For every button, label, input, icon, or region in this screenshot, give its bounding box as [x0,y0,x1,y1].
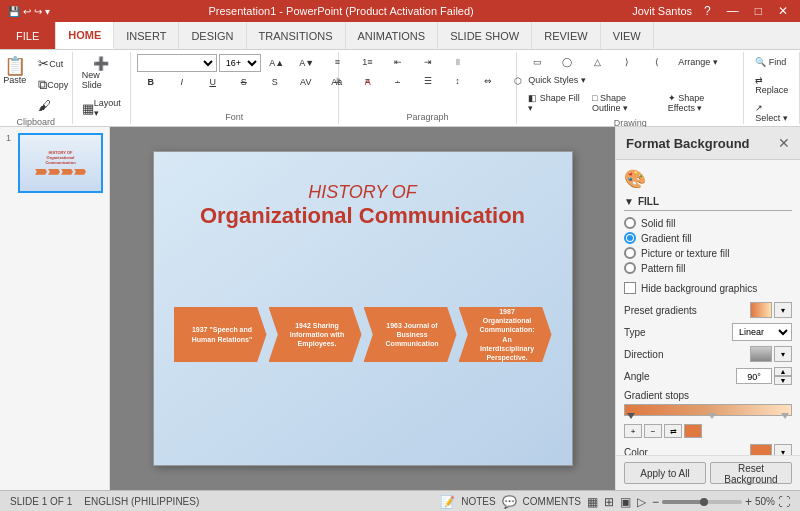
slide-thumbnail-1[interactable]: HISTORY OFOrganizationalCommunication [18,133,103,193]
solid-fill-option[interactable]: Solid fill [624,217,792,229]
shape-outline-button[interactable]: □ Shape Outline ▾ [587,90,661,116]
tab-review[interactable]: REVIEW [532,22,600,49]
align-center-button[interactable]: ≡ [354,73,382,89]
numbering-button[interactable]: 1≡ [354,54,382,71]
color-dropdown-btn[interactable]: ▾ [774,444,792,455]
copy-button[interactable]: ⧉ Copy [33,75,73,94]
angle-down-btn[interactable]: ▼ [774,376,792,385]
maximize-button[interactable]: □ [751,4,766,18]
shape-fill-button[interactable]: ◧ Shape Fill ▾ [523,90,585,116]
justify-button[interactable]: ☰ [414,73,442,89]
increase-indent-button[interactable]: ⇥ [414,54,442,71]
preset-color-box[interactable] [750,302,772,318]
minimize-button[interactable]: — [723,4,743,18]
canvas-area[interactable]: HISTORY OF Organizational Communication … [110,127,615,490]
zoom-in-btn[interactable]: + [745,495,752,509]
quick-access-toolbar[interactable]: 💾 ↩ ↪ ▾ [8,6,50,17]
angle-value[interactable]: 90° [736,368,772,384]
apply-to-all-button[interactable]: Apply to All [624,462,706,484]
remove-stop-btn[interactable]: − [644,424,662,438]
direction-dropdown-btn[interactable]: ▾ [774,346,792,362]
increase-font-btn[interactable]: A▲ [263,56,291,70]
slide-canvas[interactable]: HISTORY OF Organizational Communication … [153,151,573,466]
zoom-thumb[interactable] [700,498,708,506]
zoom-out-btn[interactable]: − [652,495,659,509]
picture-fill-option[interactable]: Picture or texture fill [624,247,792,259]
normal-view-btn[interactable]: ▦ [587,495,598,509]
columns-button[interactable]: ⫴ [444,54,472,71]
shape-2[interactable]: ◯ [553,54,581,70]
slideshow-btn[interactable]: ▷ [637,495,646,509]
bold-button[interactable]: B [137,74,165,90]
pattern-fill-radio[interactable] [624,262,636,274]
type-select[interactable]: Linear [732,323,792,341]
stop-marker-1[interactable] [627,413,635,419]
notes-label[interactable]: NOTES [461,496,495,507]
arrow-block-4[interactable]: 1987 Organizational Communication: An In… [459,307,552,362]
gradient-fill-radio[interactable] [624,232,636,244]
font-family-select[interactable] [137,54,217,72]
solid-fill-radio[interactable] [624,217,636,229]
shape-1[interactable]: ▭ [523,54,551,70]
tab-view[interactable]: VIEW [601,22,654,49]
stop-color-btn[interactable] [684,424,702,438]
strikethrough-button[interactable]: S [230,74,258,90]
hide-bg-option[interactable]: Hide background graphics [624,282,792,294]
decrease-font-btn[interactable]: A▼ [293,56,321,70]
new-slide-button[interactable]: ➕ New Slide [77,54,126,93]
help-button[interactable]: ? [700,4,715,18]
italic-button[interactable]: I [168,74,196,90]
select-button[interactable]: ↗ Select ▾ [750,100,793,126]
line-spacing-button[interactable]: ↕ [444,73,472,89]
format-panel-close-button[interactable]: ✕ [778,135,790,151]
text-direction-button[interactable]: ⇔ [474,73,502,89]
shadow-button[interactable]: S [261,74,289,90]
font-size-select[interactable]: 16+ [219,54,261,72]
tab-home[interactable]: HOME [56,22,114,49]
format-painter-button[interactable]: 🖌 [33,96,73,115]
gradient-bar[interactable] [624,404,792,416]
zoom-bar[interactable] [662,500,742,504]
shape-3[interactable]: △ [583,54,611,70]
arrange-button[interactable]: Arrange ▾ [673,54,723,70]
gradient-fill-option[interactable]: Gradient fill [624,232,792,244]
find-button[interactable]: 🔍 Find [750,54,791,70]
stop-marker-3[interactable] [781,413,789,419]
picture-fill-radio[interactable] [624,247,636,259]
angle-up-btn[interactable]: ▲ [774,367,792,376]
reverse-stops-btn[interactable]: ⇄ [664,424,682,438]
direction-preview[interactable] [750,346,772,362]
undo-icon[interactable]: ↩ [23,6,31,17]
align-left-button[interactable]: ⫡ [324,73,352,89]
arrow-block-1[interactable]: 1937 "Speech and Human Relations" [174,307,267,362]
paste-button[interactable]: 📋 Paste [0,54,31,88]
pattern-fill-option[interactable]: Pattern fill [624,262,792,274]
decrease-indent-button[interactable]: ⇤ [384,54,412,71]
tab-slideshow[interactable]: SLIDE SHOW [438,22,532,49]
tab-animations[interactable]: ANIMATIONS [346,22,439,49]
close-button[interactable]: ✕ [774,4,792,18]
tab-design[interactable]: DESIGN [179,22,246,49]
shape-5[interactable]: ⟨ [643,54,671,70]
shape-effects-button[interactable]: ✦ Shape Effects ▾ [663,90,738,116]
tab-insert[interactable]: INSERT [114,22,179,49]
tab-file[interactable]: FILE [0,22,56,49]
arrow-block-3[interactable]: 1963 Journal of Business Communication [364,307,457,362]
slide-sorter-btn[interactable]: ⊞ [604,495,614,509]
comments-label[interactable]: COMMENTS [523,496,581,507]
tab-transitions[interactable]: TRANSITIONS [247,22,346,49]
save-icon[interactable]: 💾 [8,6,20,17]
quick-styles-button[interactable]: Quick Styles ▾ [523,72,591,88]
layout-button[interactable]: ▦ Layout ▾ [77,95,126,121]
notes-button[interactable]: 📝 [440,495,455,509]
redo-icon[interactable]: ↪ [34,6,42,17]
reading-view-btn[interactable]: ▣ [620,495,631,509]
fit-to-window-btn[interactable]: ⛶ [778,495,790,509]
spacing-button[interactable]: AV [292,74,320,90]
stop-marker-2[interactable] [708,413,716,419]
reset-background-button[interactable]: Reset Background [710,462,792,484]
shape-4[interactable]: ⟩ [613,54,641,70]
comments-button[interactable]: 💬 [502,495,517,509]
color-swatch[interactable] [750,444,772,455]
hide-bg-checkbox[interactable] [624,282,636,294]
